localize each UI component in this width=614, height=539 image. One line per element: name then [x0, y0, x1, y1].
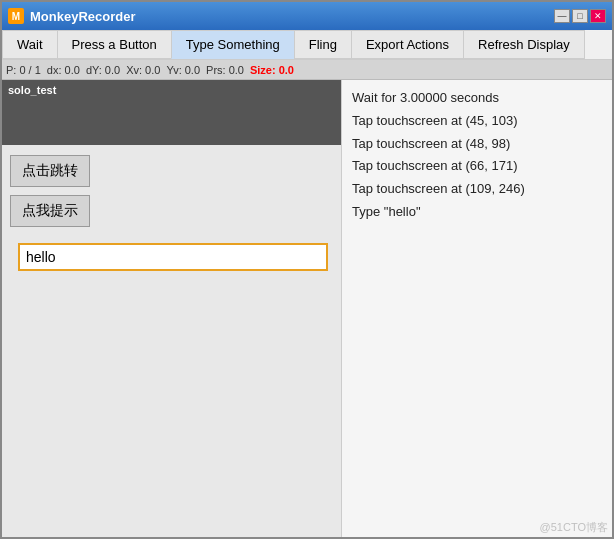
device-controls: 点击跳转 点我提示: [2, 145, 341, 289]
status-yv: Yv: 0.0: [166, 64, 200, 76]
list-item: Tap touchscreen at (48, 98): [352, 134, 602, 155]
export-actions-button[interactable]: Export Actions: [351, 30, 463, 59]
jump-button[interactable]: 点击跳转: [10, 155, 90, 187]
text-input[interactable]: [18, 243, 328, 271]
status-prs: Prs: 0.0: [206, 64, 244, 76]
list-item: Tap touchscreen at (45, 103): [352, 111, 602, 132]
watermark: @51CTO博客: [540, 520, 608, 535]
main-area: solo_test 点击跳转 点我提示 Wait for 3.00000 sec…: [2, 80, 612, 537]
status-dx: dx: 0.0: [47, 64, 80, 76]
title-bar-left: M MonkeyRecorder: [8, 8, 135, 24]
press-button-button[interactable]: Press a Button: [57, 30, 171, 59]
fling-button[interactable]: Fling: [294, 30, 351, 59]
device-label: solo_test: [2, 80, 341, 100]
input-area: [18, 243, 325, 271]
refresh-display-button[interactable]: Refresh Display: [463, 30, 585, 59]
window-title: MonkeyRecorder: [30, 9, 135, 24]
type-something-button[interactable]: Type Something: [171, 30, 294, 59]
title-bar: M MonkeyRecorder — □ ✕: [2, 2, 612, 30]
list-item: Type "hello": [352, 202, 602, 223]
close-button[interactable]: ✕: [590, 9, 606, 23]
title-controls: — □ ✕: [554, 9, 606, 23]
action-log: Wait for 3.00000 seconds Tap touchscreen…: [352, 88, 602, 223]
list-item: Tap touchscreen at (109, 246): [352, 179, 602, 200]
toolbar: Wait Press a Button Type Something Fling…: [2, 30, 612, 60]
device-screen: solo_test: [2, 80, 341, 145]
list-item: Tap touchscreen at (66, 171): [352, 156, 602, 177]
status-xv: Xv: 0.0: [126, 64, 160, 76]
list-item: Wait for 3.00000 seconds: [352, 88, 602, 109]
status-dy: dY: 0.0: [86, 64, 120, 76]
status-position: P: 0 / 1: [6, 64, 41, 76]
status-size: Size: 0.0: [250, 64, 294, 76]
minimize-button[interactable]: —: [554, 9, 570, 23]
wait-button[interactable]: Wait: [2, 30, 57, 59]
left-panel: solo_test 点击跳转 点我提示: [2, 80, 342, 537]
maximize-button[interactable]: □: [572, 9, 588, 23]
prompt-button[interactable]: 点我提示: [10, 195, 90, 227]
main-window: M MonkeyRecorder — □ ✕ Wait Press a Butt…: [0, 0, 614, 539]
right-panel: Wait for 3.00000 seconds Tap touchscreen…: [342, 80, 612, 537]
status-bar: P: 0 / 1 dx: 0.0 dY: 0.0 Xv: 0.0 Yv: 0.0…: [2, 60, 612, 80]
app-icon: M: [8, 8, 24, 24]
